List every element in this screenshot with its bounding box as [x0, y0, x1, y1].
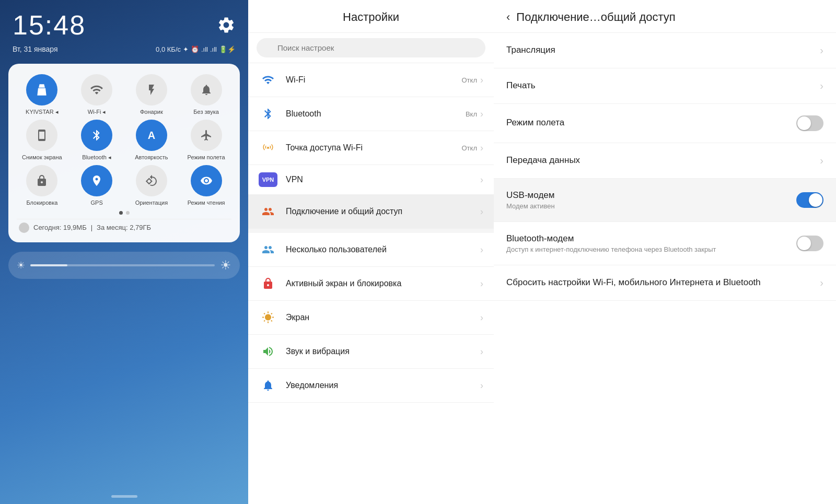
bluetooth-chevron: › — [480, 109, 483, 120]
tile-lock[interactable]: Блокировка — [17, 165, 67, 206]
right-item-print[interactable]: Печать › — [494, 68, 836, 104]
settings-item-sound[interactable]: Звук и вибрация › — [248, 335, 494, 369]
tile-icon-lock — [26, 165, 57, 196]
right-item-reset[interactable]: Сбросить настройки Wi-Fi, мобильного Инт… — [494, 265, 836, 301]
settings-icon-hotspot — [259, 138, 277, 157]
settings-item-text-wifi: Wi-Fi — [286, 75, 462, 85]
settings-item-text-vpn: VPN — [286, 175, 480, 184]
settings-label-connection: Подключение и общий доступ — [286, 207, 402, 216]
tile-label-autobrightness: Автояркость — [135, 154, 168, 161]
tile-label-lock: Блокировка — [26, 200, 57, 206]
settings-label-notifications: Уведомления — [286, 381, 338, 390]
tile-wifi[interactable]: Wi-Fi ◂ — [72, 74, 122, 115]
settings-right-notifications: › — [480, 380, 483, 391]
tile-gps[interactable]: GPS — [72, 165, 122, 206]
right-item-usb-modem[interactable]: USB-модем Модем активен — [494, 179, 836, 222]
tile-icon-rotation — [136, 165, 167, 196]
back-button[interactable]: ‹ — [506, 10, 510, 24]
tile-mobile[interactable]: KYIVSTAR ◂ — [17, 74, 67, 115]
settings-panel: Настройки 🔍 Wi-Fi Откл › B — [248, 0, 494, 504]
display-chevron: › — [480, 312, 483, 323]
bt-modem-toggle[interactable] — [796, 236, 823, 251]
tile-label-wifi: Wi-Fi ◂ — [88, 109, 106, 115]
right-item-right-data-transfer: › — [820, 155, 823, 167]
settings-item-wifi[interactable]: Wi-Fi Откл › — [248, 63, 494, 97]
tile-reading[interactable]: Режим чтения — [181, 165, 231, 206]
tile-screenshot[interactable]: Снимок экрана — [17, 120, 67, 161]
right-item-text-reset: Сбросить настройки Wi-Fi, мобильного Инт… — [506, 277, 820, 289]
wifi-status: Откл — [462, 76, 478, 84]
settings-right-screen-lock: › — [480, 278, 483, 289]
connection-sharing-panel: ‹ Подключение…общий доступ Трансляция › … — [494, 0, 836, 504]
home-indicator — [111, 495, 137, 498]
tile-icon-autobrightness: A — [136, 120, 167, 151]
settings-icon-sound — [259, 342, 277, 361]
tile-silent[interactable]: Без звука — [181, 74, 231, 115]
settings-icon-users — [259, 240, 277, 259]
settings-item-users[interactable]: Несколько пользователей › — [248, 233, 494, 267]
tile-icon-screenshot — [26, 120, 57, 151]
settings-right-bluetooth: Вкл › — [466, 109, 483, 120]
settings-item-text-bluetooth: Bluetooth — [286, 109, 466, 119]
settings-item-notifications[interactable]: Уведомления › — [248, 369, 494, 403]
right-item-bt-modem[interactable]: Bluetooth-модем Доступ к интернет-подклю… — [494, 222, 836, 265]
quick-tiles-row3: Блокировка GPS Ориентация Режим чтения — [17, 165, 231, 206]
dot-2 — [126, 211, 130, 215]
data-separator: | — [91, 224, 92, 231]
tile-icon-bluetooth — [81, 120, 112, 151]
right-item-sub-usb-modem: Модем активен — [506, 202, 796, 210]
notifications-chevron: › — [480, 380, 483, 391]
gear-icon[interactable] — [217, 16, 236, 34]
settings-item-hotspot[interactable]: Точка доступа Wi-Fi Откл › — [248, 131, 494, 165]
settings-item-text-connection: Подключение и общий доступ — [286, 207, 480, 216]
usb-modem-toggle[interactable] — [796, 192, 823, 208]
right-panel-list: Трансляция › Печать › Режим полета — [494, 33, 836, 504]
tile-label-rotation: Ориентация — [135, 200, 168, 206]
svg-point-0 — [267, 147, 269, 149]
settings-icon-notifications — [259, 376, 277, 395]
airplane-toggle[interactable] — [796, 115, 823, 131]
users-chevron: › — [480, 244, 483, 255]
settings-item-connection[interactable]: Подключение и общий доступ › — [248, 195, 494, 229]
tile-icon-gps — [81, 165, 112, 196]
battery-icon: 🔋⚡ — [219, 45, 236, 53]
right-item-data-transfer[interactable]: Передача данных › — [494, 143, 836, 179]
right-item-cast[interactable]: Трансляция › — [494, 33, 836, 68]
brightness-low-icon: ☀ — [17, 260, 25, 271]
bluetooth-status: Вкл — [466, 110, 477, 118]
settings-item-vpn[interactable]: VPN VPN › — [248, 165, 494, 195]
settings-label-hotspot: Точка доступа Wi-Fi — [286, 143, 363, 152]
tile-autobrightness[interactable]: A Автояркость — [126, 120, 177, 161]
settings-right-vpn: › — [480, 174, 483, 185]
brightness-bar[interactable]: ☀ ☀ — [8, 252, 240, 279]
settings-item-bluetooth[interactable]: Bluetooth Вкл › — [248, 97, 494, 131]
right-item-label-reset: Сбросить настройки Wi-Fi, мобильного Инт… — [506, 277, 820, 288]
settings-item-screen-lock[interactable]: Активный экран и блокировка › — [248, 267, 494, 301]
tile-icon-flashlight — [136, 74, 167, 106]
right-item-label-data-transfer: Передача данных — [506, 155, 820, 166]
tile-icon-wifi — [81, 74, 112, 106]
right-item-sub-bt-modem: Доступ к интернет-подключению телефона ч… — [506, 245, 796, 253]
vpn-chevron: › — [480, 174, 483, 185]
print-chevron: › — [820, 80, 823, 92]
search-input[interactable] — [257, 38, 485, 57]
right-item-right-airplane — [796, 115, 823, 131]
settings-item-display[interactable]: Экран › — [248, 301, 494, 335]
right-panel-title: Подключение…общий доступ — [516, 10, 675, 24]
settings-label-sound: Звук и вибрация — [286, 347, 350, 356]
tile-rotation[interactable]: Ориентация — [126, 165, 177, 206]
tile-airplane[interactable]: Режим полета — [181, 120, 231, 161]
settings-icon-connection — [259, 202, 277, 221]
settings-label-vpn: VPN — [286, 175, 303, 184]
right-item-airplane[interactable]: Режим полета — [494, 104, 836, 143]
settings-item-text-hotspot: Точка доступа Wi-Fi — [286, 143, 462, 153]
settings-label-screen-lock: Активный экран и блокировка — [286, 279, 401, 288]
settings-label-wifi: Wi-Fi — [286, 75, 305, 84]
tile-flashlight[interactable]: Фонарик — [126, 74, 177, 115]
cast-chevron: › — [820, 44, 823, 56]
data-month: За месяц: 2,79ГБ — [97, 224, 151, 231]
quick-tiles-row2: Снимок экрана Bluetooth ◂ A Автояркость … — [17, 120, 231, 161]
right-item-label-cast: Трансляция — [506, 45, 820, 55]
tile-bluetooth[interactable]: Bluetooth ◂ — [72, 120, 122, 161]
quick-settings-card: KYIVSTAR ◂ Wi-Fi ◂ Фонарик Без звука — [8, 64, 240, 242]
